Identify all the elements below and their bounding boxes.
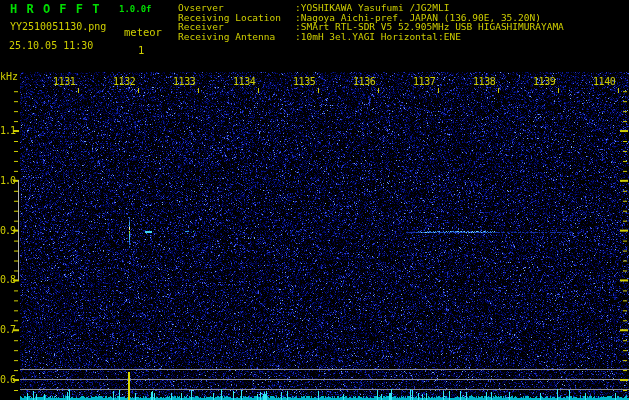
- time-tick-label: 1134: [233, 77, 255, 87]
- time-tick-label: 1139: [533, 77, 555, 87]
- hrofft-window: H R O F F T 1.0.0f YY2510051130.png mete…: [0, 0, 629, 400]
- count-range-marker: [18, 180, 19, 280]
- freq-tick-label: 1.0: [0, 176, 15, 186]
- app-title: H R O F F T: [10, 2, 100, 16]
- time-tick-label: 1138: [473, 77, 495, 87]
- station-row-label: Receiving Antenna: [178, 32, 295, 42]
- time-tick-label: 1140: [593, 77, 615, 87]
- freq-tick-label: 0.6: [0, 375, 15, 385]
- time-tick-label: 1137: [413, 77, 435, 87]
- station-info: Ovserver:YOSHIKAWA Yasufumi /JG2MLIRecei…: [178, 3, 564, 41]
- station-row-value: :10mH 3el.YAGI Horizontal:ENE: [295, 32, 461, 42]
- time-tick-label: 1131: [53, 77, 75, 87]
- freq-tick-label: 0.7: [0, 325, 15, 335]
- time-tick-label: 1136: [353, 77, 375, 87]
- app-version: 1.0.0f: [119, 4, 152, 14]
- freq-tick-label: 0.8: [0, 275, 15, 285]
- time-tick-label: 1132: [113, 77, 135, 87]
- mode-label: meteor: [124, 26, 162, 38]
- spectrogram-canvas: [0, 0, 629, 400]
- station-row: Receiving Antenna:10mH 3el.YAGI Horizont…: [178, 32, 564, 42]
- freq-tick-label: 0.9: [0, 226, 15, 236]
- freq-axis-unit: kHz: [0, 71, 18, 82]
- meteor-count: 1: [138, 44, 144, 56]
- time-tick-label: 1135: [293, 77, 315, 87]
- freq-tick-label: 1.1: [0, 126, 15, 136]
- time-tick-label: 1133: [173, 77, 195, 87]
- datetime-label: 25.10.05 11:30: [9, 40, 93, 51]
- output-filename: YY2510051130.png: [10, 21, 106, 32]
